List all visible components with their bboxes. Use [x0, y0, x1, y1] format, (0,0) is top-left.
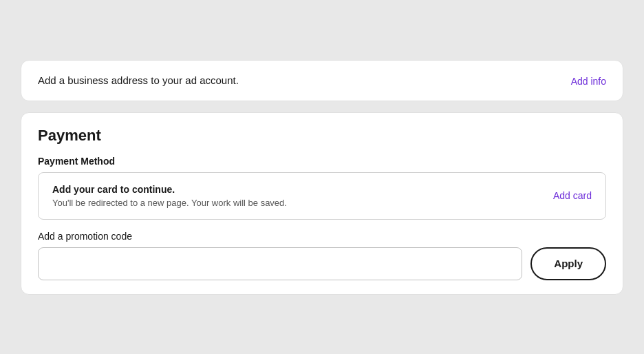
screen: Add a business address to your ad accoun…: [0, 0, 644, 354]
add-card-link[interactable]: Add card: [553, 190, 592, 201]
payment-method-section: Payment Method Add your card to continue…: [38, 156, 606, 220]
address-banner-card: Add a business address to your ad accoun…: [21, 60, 623, 101]
add-card-text-block: Add your card to continue. You'll be red…: [52, 184, 287, 208]
add-card-subtitle: You'll be redirected to a new page. Your…: [52, 198, 287, 208]
add-card-box: Add your card to continue. You'll be red…: [38, 172, 606, 220]
payment-card: Payment Payment Method Add your card to …: [21, 112, 623, 295]
payment-method-label: Payment Method: [38, 156, 606, 167]
apply-button[interactable]: Apply: [530, 247, 606, 280]
promo-label: Add a promotion code: [38, 231, 606, 242]
promo-row: Apply: [38, 247, 606, 280]
address-message: Add a business address to your ad accoun…: [38, 74, 239, 86]
payment-title: Payment: [38, 127, 606, 145]
add-card-title: Add your card to continue.: [52, 184, 287, 195]
promo-section: Add a promotion code Apply: [38, 231, 606, 280]
add-info-link[interactable]: Add info: [571, 76, 606, 87]
promo-input[interactable]: [38, 247, 522, 280]
